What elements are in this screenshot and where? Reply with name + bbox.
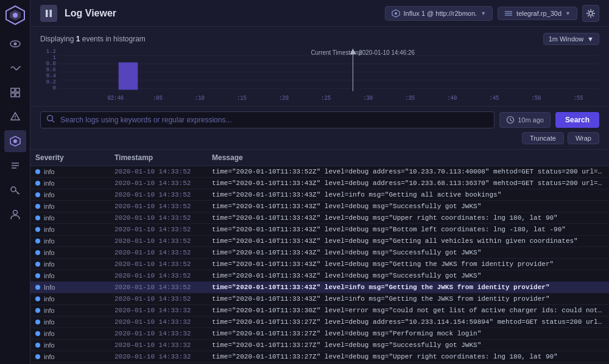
sidebar-item-eye[interactable] bbox=[4, 33, 26, 55]
svg-line-50 bbox=[52, 121, 55, 123]
message-cell: time="2020-01-10T11:33:43Z" level=info m… bbox=[207, 189, 609, 201]
log-table-body: info 2020-01-10 14:33:52 time="2020-01-1… bbox=[30, 166, 609, 365]
truncate-button[interactable]: Truncate bbox=[522, 132, 564, 144]
timestamp-cell: 2020-01-10 14:33:52 bbox=[110, 247, 207, 259]
severity-cell: info bbox=[30, 247, 110, 259]
col-header-timestamp: Timestamp bbox=[110, 150, 207, 166]
message-cell: time="2020-01-10T11:33:43Z" level=debug … bbox=[207, 236, 609, 247]
settings-button[interactable] bbox=[582, 5, 599, 22]
chart-area: Current Timestamp 2020-01-10 14:46:26 02… bbox=[58, 49, 599, 103]
search-area: 10m ago Search Truncate Wrap bbox=[30, 107, 609, 150]
window-caret: ▼ bbox=[587, 35, 594, 43]
table-row[interactable]: info 2020-01-10 14:33:52 time="2020-01-1… bbox=[30, 293, 609, 305]
wrap-button[interactable]: Wrap bbox=[568, 132, 599, 144]
severity-dot bbox=[35, 215, 40, 220]
col-header-message: Message bbox=[207, 150, 609, 166]
severity-label: info bbox=[44, 237, 55, 245]
pause-button[interactable] bbox=[40, 5, 57, 22]
action-row: Truncate Wrap bbox=[40, 132, 599, 144]
svg-text:02:46: 02:46 bbox=[107, 95, 124, 102]
source-caret: ▼ bbox=[481, 10, 486, 16]
severity-dot bbox=[35, 343, 40, 348]
table-row[interactable]: info 2020-01-10 14:33:52 time="2020-01-1… bbox=[30, 236, 609, 247]
sidebar-item-logs[interactable] bbox=[4, 130, 26, 152]
table-row[interactable]: info 2020-01-10 14:33:52 time="2020-01-1… bbox=[30, 270, 609, 282]
source-dropdown[interactable]: Influx 1 @ http://r2bmon. ▼ bbox=[385, 6, 493, 21]
search-icon bbox=[46, 114, 55, 125]
message-cell: time="2020-01-10T11:33:43Z" level=debug … bbox=[207, 212, 609, 224]
timestamp-cell: 2020-01-10 14:33:32 bbox=[110, 305, 207, 317]
svg-point-49 bbox=[48, 116, 53, 121]
table-row[interactable]: info 2020-01-10 14:33:52 time="2020-01-1… bbox=[30, 212, 609, 224]
window-dropdown[interactable]: 1m Window ▼ bbox=[543, 33, 599, 45]
table-row[interactable]: info 2020-01-10 14:33:32 time="2020-01-1… bbox=[30, 305, 609, 317]
histogram-area: Displaying 1 events in histogram 1m Wind… bbox=[30, 27, 609, 107]
table-row[interactable]: Info 2020-01-10 14:33:52 time="2020-01-1… bbox=[30, 282, 609, 293]
table-row[interactable]: info 2020-01-10 14:33:32 time="2020-01-1… bbox=[30, 351, 609, 363]
timestamp-cell: 2020-01-10 14:33:52 bbox=[110, 178, 207, 189]
table-row[interactable]: info 2020-01-10 14:33:52 time="2020-01-1… bbox=[30, 178, 609, 189]
log-table-head: Severity Timestamp Message bbox=[30, 150, 609, 166]
severity-cell: info bbox=[30, 340, 110, 351]
severity-cell: info bbox=[30, 328, 110, 340]
severity-cell: info bbox=[30, 259, 110, 270]
svg-text::45: :45 bbox=[489, 95, 499, 102]
svg-text:Current Timestamp: Current Timestamp bbox=[311, 49, 362, 56]
sidebar-item-wave[interactable] bbox=[4, 57, 26, 79]
severity-dot bbox=[35, 250, 40, 255]
svg-point-4 bbox=[13, 43, 16, 46]
log-table-container[interactable]: Severity Timestamp Message info 2020-01-… bbox=[30, 150, 609, 364]
table-row[interactable]: info 2020-01-10 14:33:32 time="2020-01-1… bbox=[30, 340, 609, 351]
timestamp-cell: 2020-01-10 14:33:52 bbox=[110, 293, 207, 305]
severity-dot bbox=[35, 285, 40, 290]
search-input[interactable] bbox=[40, 111, 495, 128]
main-content: Log Viewer Influx 1 @ http://r2bmon. ▼ t… bbox=[30, 0, 609, 364]
message-cell: time="2020-01-10T11:33:27Z" level=debug … bbox=[207, 351, 609, 363]
timestamp-cell: 2020-01-10 14:33:52 bbox=[110, 236, 207, 247]
chart-y-labels: 1.2 1 0.8 0.6 0.4 0.2 0 bbox=[40, 49, 58, 91]
sidebar-item-tasks[interactable] bbox=[4, 155, 26, 177]
sidebar bbox=[0, 0, 30, 364]
timestamp-cell: 2020-01-10 14:33:32 bbox=[110, 317, 207, 328]
app-logo bbox=[5, 5, 26, 26]
message-cell: time="2020-01-10T11:33:52Z" level=debug … bbox=[207, 166, 609, 178]
severity-label: info bbox=[44, 272, 55, 279]
search-button[interactable]: Search bbox=[555, 112, 599, 128]
timestamp-cell: 2020-01-10 14:33:32 bbox=[110, 351, 207, 363]
severity-dot bbox=[35, 262, 40, 267]
svg-rect-21 bbox=[50, 10, 52, 17]
message-cell: time="2020-01-10T11:33:30Z" level=error … bbox=[207, 305, 609, 317]
severity-dot bbox=[35, 204, 40, 209]
message-cell: time="2020-01-10T11:33:43Z" level=debug … bbox=[207, 201, 609, 212]
source-label: Influx 1 @ http://r2bmon. bbox=[404, 10, 477, 17]
sidebar-item-key[interactable] bbox=[4, 179, 26, 201]
svg-point-10 bbox=[15, 118, 16, 119]
svg-text::10: :10 bbox=[195, 95, 205, 102]
search-row: 10m ago Search bbox=[40, 111, 599, 128]
svg-text::50: :50 bbox=[531, 95, 541, 102]
timestamp-cell: 2020-01-10 14:33:32 bbox=[110, 340, 207, 351]
sidebar-item-grid[interactable] bbox=[4, 82, 26, 103]
svg-point-12 bbox=[13, 139, 17, 143]
svg-rect-5 bbox=[11, 88, 15, 92]
severity-label: info bbox=[44, 353, 55, 360]
sidebar-item-alert[interactable] bbox=[4, 106, 26, 128]
svg-point-22 bbox=[395, 12, 397, 15]
table-row[interactable]: info 2020-01-10 14:33:52 time="2020-01-1… bbox=[30, 224, 609, 236]
table-row[interactable]: info 2020-01-10 14:33:32 time="2020-01-1… bbox=[30, 317, 609, 328]
event-label: events bbox=[82, 35, 104, 43]
severity-cell: info bbox=[30, 189, 110, 201]
sidebar-item-user[interactable] bbox=[4, 203, 26, 225]
bucket-dropdown[interactable]: telegraf.rp_30d ▼ bbox=[498, 7, 577, 20]
table-row[interactable]: info 2020-01-10 14:33:52 time="2020-01-1… bbox=[30, 259, 609, 270]
table-row[interactable]: info 2020-01-10 14:33:52 time="2020-01-1… bbox=[30, 166, 609, 178]
severity-label: info bbox=[44, 180, 55, 187]
severity-cell: info bbox=[30, 270, 110, 282]
severity-dot bbox=[35, 296, 40, 301]
severity-label: info bbox=[44, 226, 55, 233]
table-row[interactable]: info 2020-01-10 14:33:52 time="2020-01-1… bbox=[30, 201, 609, 212]
severity-cell: info bbox=[30, 293, 110, 305]
table-row[interactable]: info 2020-01-10 14:33:52 time="2020-01-1… bbox=[30, 189, 609, 201]
table-row[interactable]: info 2020-01-10 14:33:32 time="2020-01-1… bbox=[30, 328, 609, 340]
table-row[interactable]: info 2020-01-10 14:33:52 time="2020-01-1… bbox=[30, 247, 609, 259]
